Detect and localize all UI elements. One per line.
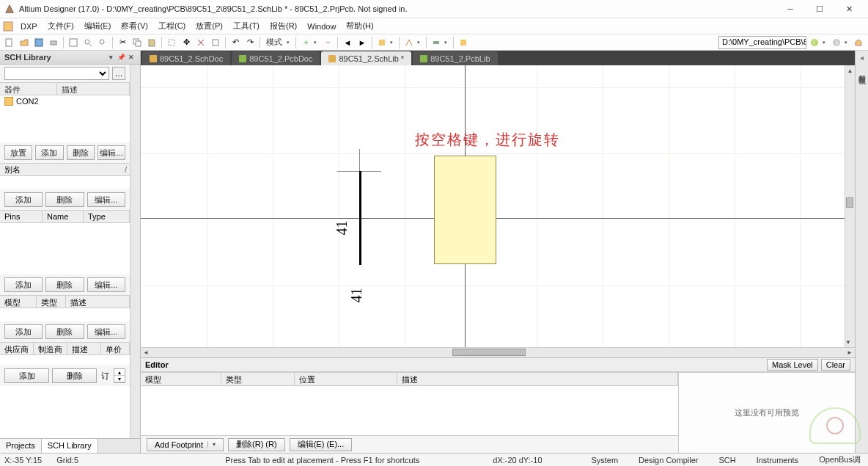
model-col2[interactable]: 类型	[37, 296, 66, 307]
sup-col3[interactable]: 描述	[67, 343, 101, 354]
panel-dropdown[interactable]: ▾	[106, 53, 115, 62]
rail-pin-icon[interactable]: ◂	[860, 54, 864, 62]
undo-icon[interactable]: ↶	[229, 36, 242, 49]
tab-pcblib[interactable]: 89C51_2.PcbLib	[413, 51, 497, 65]
deselect-icon[interactable]	[194, 36, 207, 49]
menu-dxp[interactable]: DXP	[16, 21, 42, 32]
select-icon[interactable]	[165, 36, 178, 49]
canvas-hscroll[interactable]: ◄ ►	[141, 347, 855, 357]
add-model-button[interactable]: 添加	[4, 324, 43, 339]
order-spinner[interactable]: ▲▼	[114, 368, 125, 383]
cut-icon[interactable]: ✂	[116, 36, 129, 49]
ed-col-type[interactable]: 类型	[221, 373, 295, 385]
tab-schdoc[interactable]: 89C51_2.SchDoc	[142, 51, 230, 65]
zoom-in-icon[interactable]	[96, 36, 109, 49]
ed-col-desc[interactable]: 描述	[397, 373, 678, 385]
sup-col4[interactable]: 单价	[101, 343, 130, 354]
add-alias-button[interactable]: 添加	[4, 192, 43, 207]
nav-fwd-icon[interactable]	[830, 36, 843, 49]
menu-edit[interactable]: 编辑(E)	[80, 19, 116, 33]
model-col1[interactable]: 模型	[0, 296, 37, 307]
ed-col-pos[interactable]: 位置	[295, 373, 397, 385]
menu-project[interactable]: 工程(C)	[154, 19, 190, 33]
path-box[interactable]: D:\0MY_creating\PCB\89	[718, 36, 806, 49]
add-part-icon[interactable]: ＋	[299, 36, 312, 49]
panel-pin-icon[interactable]: 📌	[117, 53, 125, 62]
filter-options-button[interactable]: …	[112, 67, 125, 80]
zoom-area-icon[interactable]	[81, 36, 95, 49]
new-icon[interactable]	[3, 36, 16, 49]
pins-col2[interactable]: Name	[43, 211, 84, 222]
status-sch[interactable]: SCH	[716, 456, 738, 465]
schematic-canvas[interactable]: 41 41 按空格键，进行旋转	[141, 65, 845, 347]
editor-table-body[interactable]	[141, 386, 678, 435]
zoom-fit-icon[interactable]	[67, 36, 80, 49]
nav-back-icon[interactable]	[808, 36, 821, 49]
tool2-icon[interactable]	[402, 36, 416, 49]
edit-model-button[interactable]: 编辑...	[87, 324, 125, 339]
print-icon[interactable]	[47, 36, 60, 49]
paste-icon[interactable]	[145, 36, 158, 49]
mask-level-button[interactable]: Mask Level	[767, 359, 818, 371]
add-sup-button[interactable]: 添加	[4, 368, 49, 383]
save-icon[interactable]	[32, 36, 45, 49]
menu-view[interactable]: 察看(V)	[117, 19, 152, 33]
menu-help[interactable]: 帮助(H)	[342, 19, 378, 33]
add-footprint-button[interactable]: Add Footprint▾	[147, 438, 224, 451]
panel-close-icon[interactable]: ✕	[127, 53, 136, 62]
tool4-icon[interactable]	[457, 36, 470, 49]
pins-col3[interactable]: Type	[84, 211, 130, 222]
del-footprint-button[interactable]: 删除(R) (R)	[228, 438, 285, 451]
minimize-button[interactable]: ─	[776, 0, 805, 18]
open-icon[interactable]	[18, 36, 31, 49]
edit-pin-button[interactable]: 编辑...	[87, 277, 125, 292]
place-button[interactable]: 放置	[4, 145, 32, 160]
home-icon[interactable]	[852, 36, 865, 49]
mode-dropdown[interactable]: ▾	[287, 40, 293, 45]
component-body[interactable]	[434, 156, 496, 264]
filter-select[interactable]	[4, 67, 109, 80]
tab-pcbdoc[interactable]: 89C51_2.PcbDoc	[232, 51, 320, 65]
projects-tab[interactable]: Projects	[0, 439, 42, 453]
remove-part-icon[interactable]: －	[321, 36, 334, 49]
clear-button[interactable]: Clear	[821, 359, 850, 371]
del-model-button[interactable]: 删除	[45, 324, 84, 339]
clear-icon[interactable]	[209, 36, 222, 49]
schlib-tab[interactable]: SCH Library	[42, 439, 98, 453]
sup-col1[interactable]: 供应商	[0, 343, 34, 354]
redo-icon[interactable]: ↷	[243, 36, 257, 49]
maximize-button[interactable]: ☐	[805, 0, 834, 18]
mode-label[interactable]: 模式	[263, 37, 285, 48]
ed-col-model[interactable]: 模型	[141, 373, 221, 385]
comp-hdr-desc[interactable]: 描述	[57, 83, 130, 95]
status-system[interactable]: System	[588, 456, 621, 465]
pins-col1[interactable]: Pins	[0, 211, 43, 222]
nav-next-icon[interactable]: ►	[356, 36, 369, 49]
tool3-icon[interactable]	[430, 36, 443, 49]
panel-scrollbar[interactable]	[130, 65, 140, 438]
menu-tools[interactable]: 工具(T)	[229, 19, 264, 33]
del-sup-button[interactable]: 删除	[52, 368, 97, 383]
menu-file[interactable]: 文件(F)	[43, 19, 78, 33]
del-alias-button[interactable]: 删除	[45, 192, 84, 207]
close-button[interactable]: ✕	[834, 0, 864, 18]
tab-schlib[interactable]: 89C51_2.SchLib *	[321, 51, 411, 65]
pin-being-placed[interactable]	[359, 171, 361, 265]
edit-alias-button[interactable]: 编辑...	[87, 192, 125, 207]
move-icon[interactable]: ✥	[180, 36, 193, 49]
menu-report[interactable]: 报告(R)	[265, 19, 301, 33]
status-dc[interactable]: Design Compiler	[636, 456, 701, 465]
menu-window[interactable]: Window	[303, 21, 340, 32]
rail-tab[interactable]: 剪贴板 收藏	[856, 65, 869, 76]
component-row[interactable]: CON2	[0, 95, 130, 107]
del-pin-button[interactable]: 删除	[45, 277, 84, 292]
del-comp-button[interactable]: 删除	[67, 145, 95, 160]
canvas-vscroll[interactable]: ▲ ▼	[845, 65, 855, 347]
sup-col2[interactable]: 制造商	[34, 343, 67, 354]
alias-sort-icon[interactable]: /	[125, 165, 127, 174]
add-pin-button[interactable]: 添加	[4, 277, 43, 292]
edit-footprint-button[interactable]: 编辑(E) (E)...	[290, 438, 353, 451]
tool1-icon[interactable]	[375, 36, 389, 49]
status-inst[interactable]: Instruments	[754, 456, 801, 465]
add-comp-button[interactable]: 添加	[35, 145, 63, 160]
